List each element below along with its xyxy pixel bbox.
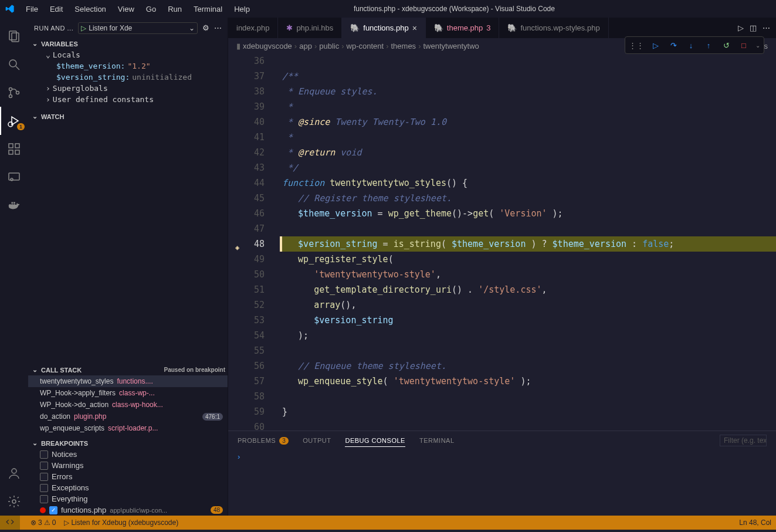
activity-remote[interactable] (0, 163, 28, 191)
ellipsis-icon[interactable]: ⋯ (763, 23, 770, 32)
ellipsis-icon[interactable]: ⋯ (214, 23, 222, 32)
scope-superglobals[interactable]: ›Superglobals (33, 83, 228, 94)
variables-section[interactable]: ⌄VARIABLES (28, 38, 228, 49)
callstack-frame[interactable]: WP_Hook->do_actionclass-wp-hook... (28, 399, 228, 411)
php-icon: 🐘 (350, 23, 360, 32)
watch-section[interactable]: ⌄WATCH (28, 111, 228, 122)
checkbox[interactable] (40, 462, 48, 470)
tab-index-php[interactable]: index.php (228, 18, 278, 38)
debug-icon: ▷ (64, 519, 69, 527)
activity-source-control[interactable] (0, 79, 28, 107)
menu-view[interactable]: View (113, 2, 139, 16)
split-icon[interactable]: ◫ (750, 23, 757, 32)
callstack-frame[interactable]: WP_Hook->apply_filtersclass-wp-... (28, 387, 228, 399)
scope-locals[interactable]: ⌄Locals (33, 49, 228, 60)
tab-php-ini-hbs[interactable]: ✱php.ini.hbs (278, 18, 342, 38)
activity-debug[interactable]: 1 (0, 107, 28, 135)
debug-console-body[interactable]: › (228, 450, 776, 516)
menu-file[interactable]: File (21, 2, 43, 16)
panel-problems[interactable]: PROBLEMS3 (238, 437, 289, 445)
activity-explorer[interactable] (0, 22, 28, 50)
menu-selection[interactable]: Selection (70, 2, 110, 16)
menu-run[interactable]: Run (163, 2, 187, 16)
breakpoint-category[interactable]: Notices (28, 449, 228, 460)
play-icon: ▷ (81, 24, 86, 32)
remote-button[interactable] (0, 516, 20, 530)
chevron-right-icon: › (46, 84, 50, 93)
code-editor[interactable]: 363738394041424344454647 ◈48 49505152535… (228, 53, 776, 431)
tab-functions-php[interactable]: 🐘functions.php× (342, 18, 426, 38)
status-debug-config[interactable]: ▷Listen for Xdebug (xdebugvscode) (64, 519, 178, 527)
panel-terminal[interactable]: TERMINAL (419, 437, 455, 444)
svg-point-6 (16, 92, 19, 94)
breakpoint-file[interactable]: ✓functions.phpapp\public\wp-con...48 (28, 504, 228, 516)
callstack-frame[interactable]: wp_enqueue_scriptsscript-loader.p... (28, 422, 228, 434)
variable-row[interactable]: $version_string: uninitialized (33, 72, 228, 83)
warning-icon: ⚠ (44, 519, 50, 527)
restart-button[interactable]: ↺ (720, 39, 732, 51)
code-content[interactable]: /** * Enqueue styles. * * @since Twenty … (275, 53, 776, 431)
status-bar: ⊗3⚠0 ▷Listen for Xdebug (xdebugvscode) L… (0, 516, 776, 530)
window-title: functions.php - xdebugvscode (Workspace)… (255, 5, 654, 13)
activity-settings[interactable] (0, 487, 28, 516)
run-and-debug-label: RUN AND ... (34, 25, 73, 32)
close-icon[interactable]: × (412, 23, 417, 33)
chevron-down-icon: ⌄ (46, 50, 50, 59)
callstack-frame[interactable]: twentytwentytwo_stylesfunctions.... (28, 375, 228, 387)
step-over-button[interactable]: ↷ (667, 39, 679, 51)
svg-line-3 (16, 66, 19, 70)
folder-icon: ▮ (236, 42, 240, 50)
callstack-section[interactable]: ⌄CALL STACKPaused on breakpoint (28, 364, 228, 375)
breakpoint-category[interactable]: Exceptions (28, 482, 228, 493)
stop-button[interactable]: □ (738, 39, 750, 51)
checkbox[interactable]: ✓ (49, 506, 57, 514)
chevron-down-icon: ⌄ (31, 40, 39, 48)
run-icon[interactable]: ▷ (738, 23, 744, 32)
activity-docker[interactable] (0, 191, 28, 219)
breakpoint-category[interactable]: Errors (28, 471, 228, 482)
tab-theme-php[interactable]: 🐘theme.php3 (426, 18, 500, 38)
debug-toolbar[interactable]: ⋮⋮ ▷ ↷ ↓ ↑ ↺ □ ⌄ (625, 36, 764, 54)
panel-debug-console[interactable]: DEBUG CONSOLE (345, 437, 405, 447)
activity-account[interactable] (0, 459, 28, 487)
chevron-right-icon: › (46, 95, 50, 104)
file-icon: ✱ (286, 23, 293, 32)
callstack-frame[interactable]: do_actionplugin.php476:1 (28, 411, 228, 422)
checkbox[interactable] (40, 484, 48, 492)
menu-help[interactable]: Help (229, 2, 255, 16)
debug-config-dropdown[interactable]: ▷ Listen for Xde ⌄ (78, 22, 198, 34)
step-into-button[interactable]: ↓ (685, 39, 697, 51)
prompt-icon: › (238, 452, 240, 461)
panel-output[interactable]: OUTPUT (303, 437, 331, 444)
drag-handle-icon[interactable]: ⋮⋮ (629, 41, 644, 50)
checkbox[interactable] (40, 495, 48, 503)
breakpoint-category[interactable]: Warnings (28, 460, 228, 471)
status-line-col[interactable]: Ln 48, Col (739, 519, 771, 527)
menu-go[interactable]: Go (141, 2, 161, 16)
checkbox[interactable] (40, 450, 48, 459)
chevron-down-icon[interactable]: ⌄ (755, 42, 760, 49)
breadcrumb[interactable]: ▮ xdebugvscode› app› public› wp-content›… (228, 38, 776, 53)
debug-badge: 1 (17, 123, 25, 130)
status-errors[interactable]: ⊗3⚠0 (31, 519, 56, 527)
breakpoint-category[interactable]: Everything (28, 493, 228, 504)
menu-terminal[interactable]: Terminal (189, 2, 227, 16)
gutter: 363738394041424344454647 ◈48 49505152535… (228, 53, 275, 431)
activity-extensions[interactable] (0, 135, 28, 163)
variable-row[interactable]: $theme_version: "1.2" (33, 60, 228, 72)
gear-icon[interactable]: ⚙ (202, 23, 209, 32)
checkbox[interactable] (40, 473, 48, 481)
step-out-button[interactable]: ↑ (703, 39, 714, 51)
svg-rect-10 (15, 150, 19, 154)
breakpoint-dot-icon (40, 507, 46, 513)
breakpoints-section[interactable]: ⌄BREAKPOINTS (28, 438, 228, 449)
tab-functions-wp-styles[interactable]: 🐘functions.wp-styles.php (499, 18, 608, 38)
scope-user-constants[interactable]: ›User defined constants (33, 94, 228, 105)
continue-button[interactable]: ▷ (650, 39, 662, 51)
menu-edit[interactable]: Edit (45, 2, 67, 16)
activity-search[interactable] (0, 50, 28, 79)
svg-point-5 (9, 95, 12, 98)
error-icon: ⊗ (31, 519, 36, 527)
filter-input[interactable]: Filter (e.g. tex (720, 435, 767, 446)
chevron-down-icon: ⌄ (189, 24, 195, 32)
